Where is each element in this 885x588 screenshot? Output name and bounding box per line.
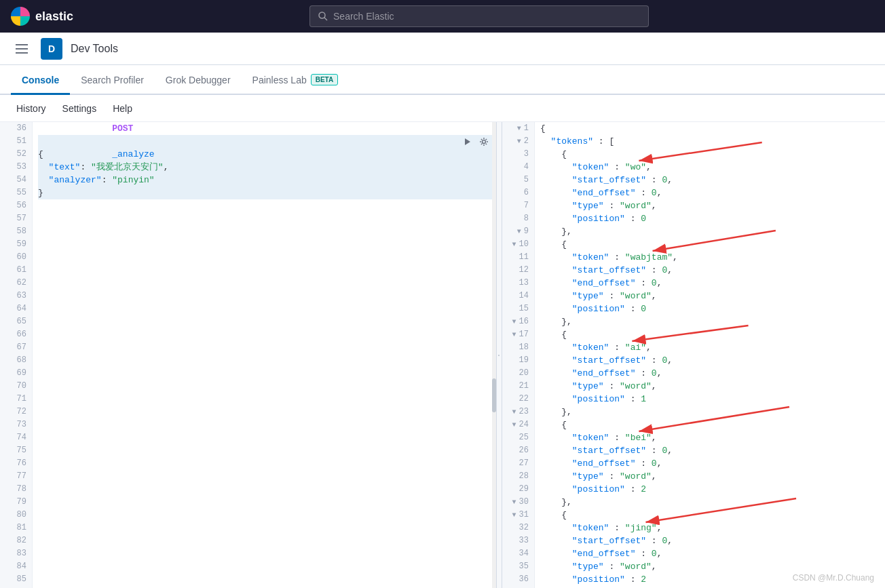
code-line-66 <box>38 328 496 341</box>
resp-line-34: "end_offset" : 0 , <box>540 547 880 560</box>
global-search-bar[interactable] <box>309 5 649 27</box>
code-line-71 <box>38 393 496 406</box>
editor-code[interactable]: POST _analyze <box>33 122 502 588</box>
resp-line-18: "token" : "ai" , <box>540 341 880 354</box>
code-line-62 <box>38 277 496 290</box>
global-search-input[interactable] <box>333 11 640 22</box>
resp-line-31: { <box>540 509 880 522</box>
code-line-53: "text" : "我爱北京天安门" , <box>38 161 496 174</box>
code-line-56 <box>38 199 496 212</box>
resp-line-16: }, <box>540 315 880 328</box>
resp-line-17: { <box>540 328 880 341</box>
code-line-51: POST _analyze <box>38 135 496 148</box>
code-line-59 <box>38 238 496 251</box>
resp-line-20: "end_offset" : 0 , <box>540 367 880 380</box>
hamburger-menu-button[interactable] <box>11 38 33 60</box>
pane-divider[interactable]: ⋮ <box>496 122 502 588</box>
top-navbar: elastic <box>0 0 885 33</box>
code-line-84 <box>38 560 496 573</box>
nav-help[interactable]: Help <box>107 100 138 117</box>
collapse-arrow-1[interactable]: ▼ <box>517 122 521 135</box>
resp-line-28: "type" : "word" , <box>540 470 880 483</box>
tab-bar: Console Search Profiler Grok Debugger Pa… <box>0 65 885 95</box>
resp-line-9: }, <box>540 225 880 238</box>
code-line-81 <box>38 522 496 534</box>
method-keyword: POST <box>112 123 133 134</box>
space <box>112 136 117 146</box>
tab-grok-debugger[interactable]: Grok Debugger <box>155 66 242 95</box>
collapse-arrow-31[interactable]: ▼ <box>512 509 516 522</box>
resp-line-33: "start_offset" : 0 , <box>540 534 880 547</box>
editor-line-numbers: 36 51 52 53 54 55 56 57 58 59 60 61 62 6… <box>0 122 33 588</box>
wrench-button[interactable] <box>477 135 491 149</box>
svg-line-1 <box>324 18 327 20</box>
resp-line-25: "token" : "bei" , <box>540 431 880 444</box>
collapse-arrow-9[interactable]: ▼ <box>517 225 521 238</box>
code-line-75 <box>38 444 496 457</box>
hamburger-line <box>16 44 28 45</box>
hamburger-line <box>16 48 28 50</box>
code-line-54: "analyzer" : "pinyin" <box>38 174 496 187</box>
resp-line-6: "end_offset" : 0 , <box>540 187 880 199</box>
code-line-82 <box>38 534 496 547</box>
run-button[interactable] <box>461 135 474 149</box>
resp-line-11: "token" : "wabjtam" , <box>540 251 880 264</box>
code-line-77 <box>38 470 496 483</box>
code-line-67 <box>38 341 496 354</box>
tab-painless-lab[interactable]: Painless Lab BETA <box>242 66 350 95</box>
code-line-85 <box>38 573 496 586</box>
tab-search-profiler[interactable]: Search Profiler <box>70 66 155 95</box>
resp-line-8: "position" : 0 <box>540 212 880 225</box>
app-icon: D <box>41 38 62 60</box>
code-line-69 <box>38 367 496 380</box>
code-line-57 <box>38 212 496 225</box>
resp-line-26: "start_offset" : 0 , <box>540 444 880 457</box>
tab-console-label: Console <box>22 75 59 85</box>
collapse-arrow-2[interactable]: ▼ <box>517 135 521 148</box>
nav-settings[interactable]: Settings <box>57 100 102 117</box>
svg-marker-2 <box>465 138 470 145</box>
collapse-arrow-17[interactable]: ▼ <box>512 328 516 341</box>
elastic-logo-text: elastic <box>35 9 73 24</box>
resp-line-3: { <box>540 148 880 161</box>
collapse-arrow-10[interactable]: ▼ <box>512 238 516 251</box>
elastic-logo-icon <box>11 7 30 26</box>
collapse-arrow-23[interactable]: ▼ <box>512 406 516 418</box>
search-icon <box>318 12 328 21</box>
resp-line-15: "position" : 0 <box>540 302 880 315</box>
code-line-78 <box>38 483 496 496</box>
code-line-60 <box>38 251 496 264</box>
code-line-74 <box>38 431 496 444</box>
code-line-80 <box>38 509 496 522</box>
editor-scrollbar[interactable] <box>492 122 496 588</box>
svg-point-0 <box>319 12 325 18</box>
tab-console[interactable]: Console <box>11 66 70 95</box>
resp-line-1: { <box>540 122 880 135</box>
code-line-73 <box>38 418 496 431</box>
code-line-55: } <box>38 187 496 199</box>
code-line-68 <box>38 354 496 367</box>
response-line-numbers: ▼1 ▼2 3 4 5 6 7 8 ▼9 ▼10 11 12 13 14 15 … <box>502 122 535 588</box>
tab-grok-debugger-label: Grok Debugger <box>166 75 231 85</box>
collapse-arrow-30[interactable]: ▼ <box>512 496 516 509</box>
elastic-logo[interactable]: elastic <box>11 7 73 26</box>
nav-history[interactable]: History <box>11 100 52 117</box>
resp-line-32: "token" : "jing" , <box>540 522 880 534</box>
app-title: Dev Tools <box>71 43 118 55</box>
resp-line-13: "end_offset" : 0 , <box>540 277 880 290</box>
resp-line-30: }, <box>540 496 880 509</box>
editor-area[interactable]: 36 51 52 53 54 55 56 57 58 59 60 61 62 6… <box>0 122 502 588</box>
tab-search-profiler-label: Search Profiler <box>81 75 144 85</box>
app-header: D Dev Tools <box>0 33 885 65</box>
code-line-61 <box>38 264 496 277</box>
collapse-arrow-16[interactable]: ▼ <box>512 315 516 328</box>
code-line-72 <box>38 406 496 418</box>
watermark: CSDN @Mr.D.Chuang <box>793 573 874 583</box>
code-line-64 <box>38 302 496 315</box>
code-line-79 <box>38 496 496 509</box>
code-line-70 <box>38 380 496 393</box>
collapse-arrow-24[interactable]: ▼ <box>512 418 516 431</box>
code-line-65 <box>38 315 496 328</box>
svg-point-3 <box>483 140 486 143</box>
resp-line-23: }, <box>540 406 880 418</box>
